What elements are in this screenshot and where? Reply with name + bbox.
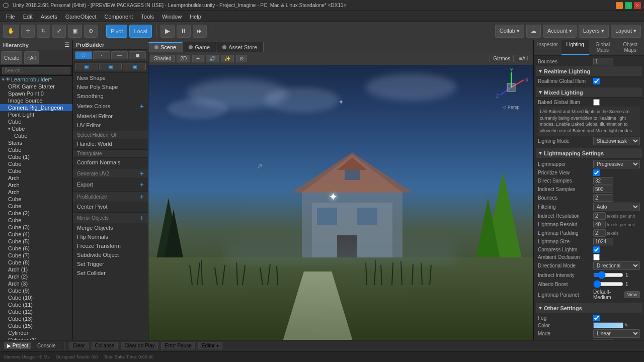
fog-mode-select[interactable]: Linear (593, 329, 640, 338)
hierarchy-item-stairs[interactable]: Stairs (0, 139, 72, 146)
pb-export-plus[interactable]: + (140, 180, 144, 189)
audio-btn[interactable]: 🔊 (206, 55, 219, 62)
pb-object-mode[interactable]: ⬡ (75, 51, 92, 59)
filtering-select[interactable]: Auto (593, 203, 640, 211)
pb-section-mirror[interactable]: Mirror Objects + (73, 212, 148, 223)
transform-tool[interactable]: ⊕ (84, 25, 98, 38)
direct-samples-input[interactable] (593, 177, 613, 185)
menu-window[interactable]: Window (158, 13, 186, 21)
hierarchy-item-arch3[interactable]: Arch (0, 189, 72, 196)
inspector-tab-lighting[interactable]: Lighting (561, 40, 589, 55)
hierarchy-item-cube4b[interactable]: Cube (4) (0, 231, 72, 238)
hierarchy-menu[interactable]: ☰ (64, 42, 69, 48)
close-button[interactable]: ✕ (634, 2, 641, 9)
pb-conform-normals[interactable]: Conform Normals (73, 158, 148, 167)
hierarchy-item-cylinder1[interactable]: Cylinder (1) (0, 336, 72, 340)
account-button[interactable]: Account ▾ (543, 25, 577, 38)
hierarchy-item-cube9b[interactable]: Cube (9) (0, 287, 72, 294)
mixed-lighting-header[interactable]: ▾ Mixed Lighting (536, 87, 642, 98)
pb-section-genuv2[interactable]: Generate UV2 + (73, 168, 148, 179)
indirect-res-input[interactable] (593, 212, 606, 220)
fx-btn[interactable]: ✨ (221, 55, 234, 62)
pb-center-pivot[interactable]: Center Pivot (73, 202, 148, 211)
hierarchy-item-learnprobuilder[interactable]: ▾ 👁 Learnprobuilder* (0, 76, 72, 83)
pivot-button[interactable]: Pivot (106, 25, 127, 38)
albedo-boost-slider[interactable] (593, 280, 623, 288)
hierarchy-item-cube8[interactable]: Cube (0, 196, 72, 203)
pb-freeze-transform[interactable]: Freeze Transform (73, 241, 148, 250)
gizmos-btn[interactable]: Gizmos (490, 55, 514, 62)
indirect-samples-input[interactable] (593, 186, 613, 193)
collab-button[interactable]: Collab ▾ (495, 25, 524, 38)
hierarchy-item-arch1b[interactable]: Arch (1) (0, 266, 72, 273)
hierarchy-item-cube2b[interactable]: Cube (2) (0, 210, 72, 217)
inspector-tab-globalmaps[interactable]: Global Maps (589, 40, 617, 55)
2d-btn[interactable]: 2D (177, 55, 190, 62)
compress-checkbox[interactable] (593, 246, 600, 253)
local-button[interactable]: Local (129, 25, 151, 38)
lighting-btn[interactable]: ☀ (192, 55, 204, 62)
pb-section-triangulate[interactable]: Triangulate (73, 149, 148, 158)
hierarchy-item-cube12[interactable]: Cube (12) (0, 308, 72, 315)
layout-button[interactable]: Layout ▾ (611, 25, 641, 38)
hierarchy-item-cube13[interactable]: Cube (13) (0, 315, 72, 322)
lm-size-input[interactable] (593, 238, 613, 245)
hierarchy-item-cube5b[interactable]: Cube (5) (0, 238, 72, 245)
realtime-lighting-header[interactable]: ▾ Realtime Lighting (536, 66, 642, 76)
lm-view-button[interactable]: View (624, 291, 640, 298)
menu-tools[interactable]: Tools (137, 13, 158, 21)
pb-set-collider[interactable]: Set Collider (73, 268, 148, 278)
hierarchy-item-cube11[interactable]: Cube (11) (0, 301, 72, 308)
pb-plus-icon2[interactable]: + (140, 169, 144, 177)
pb-smoothing[interactable]: Smoothing (73, 92, 148, 101)
shaded-btn[interactable]: Shaded (150, 55, 175, 62)
project-tab[interactable]: ▶ Project (4, 342, 31, 349)
cloud-button[interactable]: ☁ (526, 25, 541, 38)
lm-res-input[interactable] (593, 221, 606, 228)
pb-section-hidden[interactable]: Select Hidden: Off (73, 131, 148, 139)
prioritize-view-checkbox[interactable] (593, 169, 600, 176)
hierarchy-search-input[interactable] (2, 67, 70, 74)
hierarchy-item-cube10[interactable]: Cube (0, 217, 72, 224)
hand-tool[interactable]: ✋ (3, 25, 19, 38)
hierarchy-item-cube5[interactable]: Cube (1) (0, 153, 72, 160)
editor-button[interactable]: Editor ▾ (198, 342, 222, 349)
hierarchy-item-cube1[interactable]: Cube (0, 118, 72, 125)
hierarchy-item-cylinder[interactable]: Cylinder (0, 329, 72, 336)
hierarchy-item-arch2b[interactable]: Arch (2) (0, 273, 72, 280)
pb-subdivide[interactable]: Subdivide Object (73, 250, 148, 259)
pb-section-probuilderize[interactable]: ProBuilderize + (73, 191, 148, 202)
scene-tab-scene[interactable]: Scene (148, 42, 183, 52)
pb-handle-world[interactable]: Handle: World (73, 139, 148, 148)
menu-help[interactable]: Help (186, 13, 205, 21)
bounces-input-2[interactable] (593, 194, 613, 202)
menu-component[interactable]: Component (100, 13, 137, 21)
pb-mirror-plus[interactable]: + (140, 214, 144, 222)
hierarchy-item-cube7b[interactable]: Cube (7) (0, 252, 72, 259)
pause-button[interactable]: ⏸ (177, 25, 191, 38)
pb-export[interactable]: Export + (73, 179, 148, 190)
pb-plus-icon[interactable]: + (140, 102, 144, 110)
menu-edit[interactable]: Edit (19, 13, 37, 21)
hierarchy-item-arch1[interactable]: Arch (0, 174, 72, 182)
scene-canvas[interactable]: ✦ ↗ ✦ X Y Z ◁ Persp (148, 65, 533, 340)
lighting-mode-select[interactable]: Shadowmask (593, 137, 640, 145)
hierarchy-item-camera[interactable]: Camera Rig_Dungeon (0, 104, 72, 111)
hierarchy-item-cube15[interactable]: Cube (15) (0, 322, 72, 329)
lightmapping-header[interactable]: ▾ Lightmapping Settings (536, 148, 642, 158)
fog-color-swatch[interactable] (593, 322, 623, 328)
directional-mode-select[interactable]: Directional (593, 261, 640, 270)
move-tool[interactable]: ✛ (21, 25, 35, 38)
pb-material-editor[interactable]: Material Editor (73, 112, 148, 121)
play-button[interactable]: ▶ (160, 25, 175, 38)
clear-button[interactable]: Clear (69, 342, 89, 349)
scene-tab-game[interactable]: Game (183, 42, 216, 52)
inspector-tab-objectmaps[interactable]: Object Maps (616, 40, 644, 55)
hierarchy-item-arch3b[interactable]: Arch (3) (0, 280, 72, 287)
hierarchy-item-cube10b[interactable]: Cube (10) (0, 294, 72, 301)
menu-gameobject[interactable]: GameObject (61, 13, 101, 21)
rect-tool[interactable]: ▣ (68, 25, 82, 38)
pb-new-shape[interactable]: New Shape (73, 73, 148, 82)
other-settings-header[interactable]: ▾ Other Settings (536, 303, 642, 313)
pb-uv-editor[interactable]: UV Editor (73, 121, 148, 130)
